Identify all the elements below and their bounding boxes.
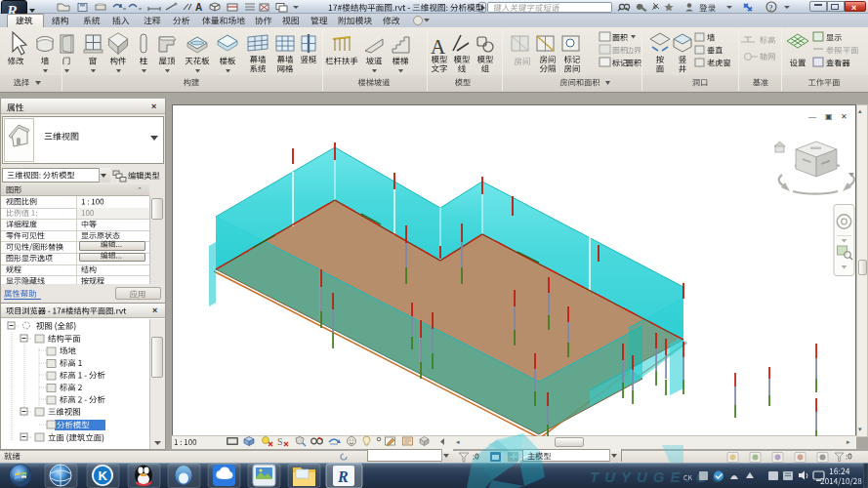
svg-text:?: ?	[769, 3, 773, 13]
svg-text:S: S	[277, 436, 283, 447]
svg-text:A: A	[431, 35, 446, 59]
svg-text:K: K	[99, 468, 108, 483]
svg-text:TUYUGE.CO: TUYUGE.CO	[590, 468, 729, 485]
svg-text:A: A	[195, 2, 202, 13]
svg-text:R: R	[337, 468, 349, 485]
